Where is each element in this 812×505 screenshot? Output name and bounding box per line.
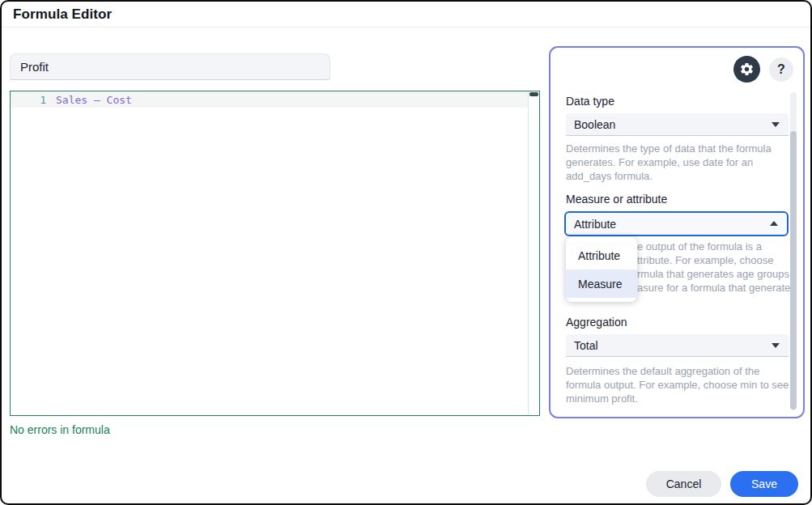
formula-status-message: No errors in formula bbox=[10, 423, 110, 436]
formula-name-input[interactable] bbox=[10, 53, 330, 80]
measure-attribute-help-fragment: asure for a formula that generates bbox=[637, 282, 796, 294]
aggregation-help: Determines the default aggregation of th… bbox=[566, 364, 791, 405]
measure-attribute-dropdown-menu: Attribute Measure bbox=[566, 237, 637, 302]
measure-attribute-help-fragment: e output of the formula is a bbox=[637, 240, 762, 252]
formula-editor-window: Formula Editor 1 Sales – Cost No errors … bbox=[0, 0, 812, 505]
formula-code-editor[interactable]: 1 Sales – Cost bbox=[10, 91, 540, 416]
measure-attribute-select[interactable]: Attribute bbox=[564, 211, 789, 236]
settings-button[interactable] bbox=[733, 56, 760, 83]
data-type-select[interactable]: Boolean bbox=[566, 113, 789, 136]
data-type-label: Data type bbox=[566, 95, 614, 108]
option-attribute[interactable]: Attribute bbox=[566, 241, 637, 269]
editor-line-number: 1 bbox=[11, 94, 46, 106]
editor-scrollbar[interactable] bbox=[528, 91, 539, 415]
measure-attribute-help-fragment: ttribute. For example, choose bbox=[637, 254, 773, 266]
aggregation-select[interactable]: Total bbox=[566, 334, 789, 357]
aggregation-label: Aggregation bbox=[566, 316, 627, 329]
measure-attribute-label: Measure or attribute bbox=[566, 193, 667, 206]
chevron-up-icon bbox=[770, 221, 778, 226]
panel-scrollbar[interactable] bbox=[790, 92, 797, 410]
save-button[interactable]: Save bbox=[730, 471, 798, 497]
measure-attribute-value: Attribute bbox=[574, 218, 616, 231]
question-mark-icon: ? bbox=[777, 62, 785, 77]
aggregation-value: Total bbox=[574, 339, 598, 352]
data-type-value: Boolean bbox=[574, 118, 615, 131]
formula-settings-panel: ? Data type Boolean Determines the type … bbox=[549, 46, 805, 418]
data-type-help: Determines the type of data that the for… bbox=[566, 142, 791, 183]
chevron-down-icon bbox=[772, 343, 780, 348]
option-measure[interactable]: Measure bbox=[566, 269, 637, 298]
editor-code-line: Sales – Cost bbox=[56, 94, 132, 106]
panel-scrollbar-thumb[interactable] bbox=[790, 131, 797, 410]
gear-icon bbox=[739, 62, 755, 77]
page-title: Formula Editor bbox=[13, 6, 112, 23]
cancel-button[interactable]: Cancel bbox=[646, 471, 721, 497]
chevron-down-icon bbox=[772, 122, 780, 127]
editor-scrollbar-thumb[interactable] bbox=[529, 92, 538, 96]
header: Formula Editor bbox=[2, 2, 810, 28]
help-button[interactable]: ? bbox=[769, 57, 793, 82]
measure-attribute-help-fragment: rmula that generates age groups, bbox=[637, 268, 793, 280]
